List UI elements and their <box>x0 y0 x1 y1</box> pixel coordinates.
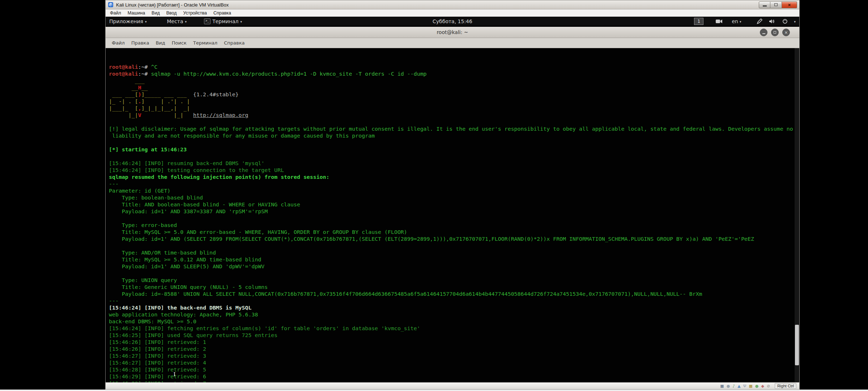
terminal-line: Title: MySQL >= 5.0.12 AND time-based bl… <box>109 256 799 263</box>
terminal-line: --- <box>109 181 799 188</box>
mouse-integration-icon[interactable]: ⊘ <box>767 384 770 388</box>
window-title: Kali Linux (чистая) [Работает] - Oracle … <box>116 2 756 8</box>
statusbar-icons: ■●♪▲Ψ■●◆⊘ <box>720 384 770 388</box>
chevron-down-icon: ▾ <box>185 20 187 24</box>
terminal-line: ___ ___[)]_____ ___ ___ {1.2.4#stable} <box>109 91 799 98</box>
terminal-window-controls: × <box>760 29 790 36</box>
host-taskbar-edge <box>0 390 868 391</box>
terminal-window: root@kali: ~ × Файл <box>106 27 799 382</box>
terminal-close-button[interactable]: × <box>782 29 790 36</box>
terminal-scrollbar[interactable] <box>795 48 799 382</box>
window-controls: × <box>759 1 797 8</box>
kali-top-panel: Приложения ▾ Места ▾ >_ Терминал ▾ Суббо… <box>106 17 799 26</box>
terminal-line: [15:46:24] [INFO] testing connection to … <box>109 167 799 174</box>
video-capture-icon[interactable]: ◆ <box>761 384 764 388</box>
menu-machine[interactable]: Машина <box>125 10 148 16</box>
terminal-body[interactable]: root@kali:~# ^Croot@kali:~# sqlmap -u ht… <box>106 48 799 382</box>
virtualbox-window: Kali Linux (чистая) [Работает] - Oracle … <box>105 0 800 390</box>
chevron-down-icon: ▾ <box>740 20 741 24</box>
terminal-line: [15:46:24] [INFO] the back-end DBMS is M… <box>109 304 799 311</box>
panel-clock[interactable]: Суббота, 15:46 <box>429 17 476 26</box>
terminal-icon: >_ <box>204 18 210 24</box>
workspace-indicator[interactable]: 1 <box>694 18 703 25</box>
terminal-line: [15:46:24] [INFO] resuming back-end DBMS… <box>109 160 799 167</box>
screen-recorder-icon[interactable] <box>715 18 723 25</box>
terminal-line: back-end DBMS: MySQL >= 5.0 <box>109 318 799 325</box>
restore-icon <box>774 3 778 6</box>
text-cursor: I <box>173 371 176 377</box>
terminal-menubar: Файл Правка Вид Поиск Терминал Справка <box>106 38 799 48</box>
terminal-line: [*] starting at 15:46:23 <box>109 146 799 153</box>
terminal-line: Payload: id=1' AND (SELECT 2899 FROM(SEL… <box>109 236 799 243</box>
network-icon[interactable]: ▲ <box>737 384 740 388</box>
terminal-line <box>109 270 799 277</box>
terminal-menu-file[interactable]: Файл <box>109 40 128 46</box>
volume-icon[interactable] <box>769 18 776 25</box>
minimize-icon <box>762 33 765 34</box>
places-menu[interactable]: Места ▾ <box>165 17 189 26</box>
terminal-line <box>109 139 799 146</box>
terminal-menu-edit[interactable]: Правка <box>128 40 152 46</box>
virtualbox-menubar: Файл Машина Вид Ввод Устройства Справка <box>105 9 800 17</box>
restore-button[interactable] <box>770 1 782 8</box>
terminal-line: Payload: id=1' AND SLEEP(5) AND 'dpWV'='… <box>109 263 799 270</box>
terminal-title: root@kali: ~ <box>437 29 468 35</box>
chevron-down-icon: ▾ <box>145 20 147 24</box>
close-icon: × <box>784 30 788 35</box>
virtualbox-titlebar[interactable]: Kali Linux (чистая) [Работает] - Oracle … <box>105 0 800 9</box>
menu-input[interactable]: Ввод <box>163 10 180 16</box>
terminal-line: [!] legal disclaimer: Usage of sqlmap fo… <box>109 126 799 133</box>
vm-screen: Приложения ▾ Места ▾ >_ Терминал ▾ Суббо… <box>105 17 800 382</box>
audio-icon[interactable]: ♪ <box>732 384 735 388</box>
terminal-menu-search[interactable]: Поиск <box>169 40 190 46</box>
menu-devices[interactable]: Устройства <box>180 10 210 16</box>
chevron-down-icon[interactable]: ▾ <box>794 20 796 24</box>
panel-status-area: 1 en ▾ <box>694 17 796 26</box>
power-icon[interactable] <box>781 18 788 25</box>
terminal-line: Type: UNION query <box>109 277 799 284</box>
terminal-line: |_ -| . [.] | .'| . | <box>109 98 799 105</box>
terminal-menu-view[interactable]: Вид <box>152 40 168 46</box>
terminal-line: Payload: id=-8588' UNION ALL SELECT NULL… <box>109 291 799 298</box>
terminal-output: root@kali:~# ^Croot@kali:~# sqlmap -u ht… <box>109 64 799 382</box>
terminal-line: Type: AND/OR time-based blind <box>109 249 799 256</box>
terminal-menu-help[interactable]: Справка <box>221 40 248 46</box>
terminal-line: [15:46:27] [INFO] retrieved: 4 <box>109 360 799 366</box>
keyboard-layout-indicator[interactable]: en ▾ <box>732 18 741 24</box>
usb-icon[interactable]: Ψ <box>743 384 746 388</box>
terminal-line: sqlmap resumed the following injection p… <box>109 174 799 181</box>
terminal-line: root@kali:~# sqlmap -u http://www.kvm.co… <box>109 71 799 77</box>
terminal-line: web application technology: Apache, PHP … <box>109 311 799 318</box>
menu-file[interactable]: Файл <box>107 10 124 16</box>
terminal-line: [15:46:28] [INFO] retrieved: 5 <box>109 366 799 373</box>
host-key-label: Right Ctrl <box>775 383 796 389</box>
menu-view[interactable]: Вид <box>149 10 163 16</box>
close-button[interactable]: × <box>782 1 797 8</box>
terminal-line: [15:46:29] [INFO] retrieved: 6 <box>109 373 799 380</box>
input-pen-icon[interactable] <box>756 18 763 25</box>
terminal-line: Type: error-based <box>109 222 799 229</box>
terminal-line: [15:46:26] [INFO] retrieved: 1 <box>109 339 799 346</box>
terminal-line <box>109 119 799 126</box>
terminal-line: Title: AND boolean-based blind - WHERE o… <box>109 201 799 208</box>
applications-menu[interactable]: Приложения ▾ <box>107 17 149 26</box>
optical-disk-icon[interactable]: ● <box>727 384 730 388</box>
terminal-minimize-button[interactable] <box>760 29 767 36</box>
minimize-button[interactable] <box>759 1 770 8</box>
terminal-maximize-button[interactable] <box>771 29 779 36</box>
hard-disk-icon[interactable]: ■ <box>720 384 724 388</box>
maximize-icon <box>774 31 776 34</box>
terminal-menu-terminal[interactable]: Терминал <box>190 40 221 46</box>
scrollbar-thumb[interactable] <box>795 325 799 365</box>
terminal-line <box>109 153 799 160</box>
shared-folders-icon[interactable]: ■ <box>749 384 752 388</box>
menu-help[interactable]: Справка <box>210 10 234 16</box>
terminal-app-menu[interactable]: >_ Терминал ▾ <box>202 17 244 26</box>
terminal-line: liability and are not responsible for an… <box>109 133 799 139</box>
terminal-line <box>109 243 799 249</box>
terminal-titlebar[interactable]: root@kali: ~ × <box>106 27 799 38</box>
terminal-line: __H__ <box>109 84 799 91</box>
terminal-line: ___ <box>109 77 799 84</box>
terminal-line: Parameter: id (GET) <box>109 188 799 194</box>
display-icon[interactable]: ● <box>755 384 759 388</box>
